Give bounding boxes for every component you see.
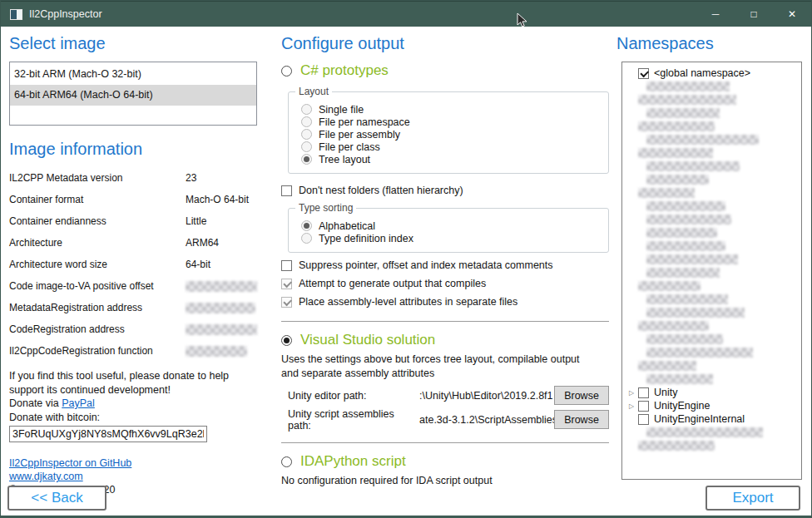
redacted-namespace <box>646 215 731 224</box>
type-sorting-option[interactable]: Type definition index <box>301 232 608 244</box>
namespace-item[interactable]: ▷ <box>622 106 801 120</box>
namespace-label: UnityEngineInternal <box>654 413 745 425</box>
namespace-item[interactable]: ▷ <box>622 346 801 359</box>
close-button[interactable]: ✕ <box>773 2 811 27</box>
layout-option-label: File per class <box>319 141 380 153</box>
minimize-button[interactable]: ─ <box>696 2 735 27</box>
donate-block: If you find this tool useful, please don… <box>9 369 260 442</box>
type-sorting-option[interactable]: Alphabetical <box>301 220 608 232</box>
back-button[interactable]: << Back <box>7 486 106 511</box>
namespace-item[interactable]: ▷ Unity <box>622 386 801 399</box>
namespace-checkbox[interactable] <box>638 68 649 79</box>
image-list-item[interactable]: 32-bit ARM (Mach-O 32-bit) <box>10 64 256 85</box>
path-field-value[interactable]: :\Unity\Hub\Editor\2019.2.8f1 <box>419 390 554 402</box>
info-label: Container endianness <box>9 215 186 227</box>
namespace-item[interactable]: ▷ <box>622 133 801 146</box>
idapython-radio[interactable] <box>281 456 292 467</box>
image-listbox[interactable]: 32-bit ARM (Mach-O 32-bit) 64-bit ARM64 … <box>9 62 257 126</box>
namespace-label: Unity <box>654 387 677 398</box>
visual-studio-radio[interactable] <box>281 335 292 346</box>
namespace-checkbox[interactable] <box>638 414 649 425</box>
namespace-item[interactable]: ▷ <box>622 226 801 239</box>
namespace-item[interactable]: ▷ <box>622 160 801 173</box>
redacted-namespace <box>646 268 720 278</box>
idapython-label: IDAPython script <box>300 452 406 471</box>
csharp-prototypes-label: C# prototypes <box>300 62 389 80</box>
redacted-value <box>186 324 257 335</box>
visual-studio-option[interactable]: Visual Studio solution <box>281 331 609 349</box>
namespace-item[interactable]: ▷ <box>622 253 801 266</box>
output-option-checkbox-row[interactable]: Suppress pointer, offset and index metad… <box>281 259 609 271</box>
info-value: Little <box>186 215 206 227</box>
namespace-item[interactable]: ▷ <box>622 213 801 226</box>
namespace-checkbox[interactable] <box>638 387 649 398</box>
namespace-item[interactable]: ▷ <box>622 173 801 186</box>
path-field-value[interactable]: ate.3d-3.1.2\ScriptAssemblies <box>419 414 554 426</box>
titlebar[interactable]: Il2CppInspector ─ □ ✕ <box>1 1 811 27</box>
redacted-namespace <box>646 201 725 211</box>
csharp-prototypes-radio[interactable] <box>281 66 292 76</box>
idapython-option[interactable]: IDAPython script <box>281 452 609 471</box>
info-value: 23 <box>186 172 196 184</box>
website-link[interactable]: www.djkaty.com <box>9 471 83 482</box>
namespace-item[interactable]: ▷ <box>622 319 801 333</box>
redacted-namespace <box>646 308 745 318</box>
namespace-item[interactable]: ▷ <box>622 146 801 160</box>
bitcoin-address-input[interactable] <box>9 426 207 442</box>
namespace-item[interactable]: ▷ <box>622 439 801 452</box>
namespace-item[interactable]: ▷ <box>622 333 801 346</box>
namespace-item[interactable]: ▷ <box>622 200 801 213</box>
expander-icon[interactable]: ▷ <box>629 389 638 397</box>
redacted-namespace <box>646 108 720 118</box>
namespace-item[interactable]: ▷ <box>622 279 801 293</box>
namespace-item[interactable]: ▷ <box>622 293 801 306</box>
namespace-item[interactable]: ▷ <box>622 80 801 93</box>
namespace-item[interactable]: ▷ <global namespace> <box>622 67 801 80</box>
namespace-checkbox[interactable] <box>638 401 649 412</box>
namespace-item[interactable]: ▷ <box>622 359 801 372</box>
redacted-namespace <box>638 95 736 105</box>
redacted-namespace <box>646 241 725 251</box>
output-option-checkbox-row[interactable]: Place assembly-level attributes in separ… <box>281 296 609 308</box>
redacted-namespace <box>646 348 753 358</box>
info-label: Architecture <box>9 237 186 249</box>
namespace-item[interactable]: ▷ <box>622 93 801 106</box>
left-panel: Select image 32-bit ARM (Mach-O 32-bit) … <box>9 32 257 496</box>
github-link[interactable]: Il2CppInspector on GitHub <box>9 457 131 469</box>
flatten-hierarchy-checkbox-row[interactable]: Don't nest folders (flatten hierarchy) <box>281 185 609 196</box>
expander-icon[interactable]: ▷ <box>629 402 638 410</box>
path-field-row: Unity editor path: :\Unity\Hub\Editor\20… <box>281 386 609 405</box>
layout-option[interactable]: File per class <box>301 141 608 153</box>
layout-option-label: Tree layout <box>319 154 370 165</box>
radio-icon <box>301 104 312 115</box>
namespace-item[interactable]: ▷ UnityEngine <box>622 399 801 412</box>
donate-paypal-line: Donate via PayPal <box>9 397 260 411</box>
namespace-item[interactable]: ▷ <box>622 186 801 200</box>
namespace-item[interactable]: ▷ <box>622 120 801 133</box>
paypal-link[interactable]: PayPal <box>62 397 95 409</box>
app-window: Il2CppInspector ─ □ ✕ Select image 32-bi… <box>0 0 812 518</box>
info-row: MetadataRegistration address <box>9 297 257 318</box>
csharp-prototypes-option[interactable]: C# prototypes <box>281 62 609 80</box>
layout-option[interactable]: Tree layout <box>301 153 608 165</box>
layout-option[interactable]: File per assembly <box>301 128 608 141</box>
browse-button[interactable]: Browse <box>554 410 609 429</box>
export-button[interactable]: Export <box>706 486 800 511</box>
namespace-item[interactable]: ▷ <box>622 426 801 439</box>
output-option-checkbox-row[interactable]: Attempt to generate output that compiles <box>281 278 609 289</box>
browse-button[interactable]: Browse <box>554 386 609 405</box>
namespaces-list[interactable]: ▷ <global namespace> ▷ ▷ ▷ <box>621 62 802 480</box>
namespace-item[interactable]: ▷ <box>622 266 801 279</box>
namespace-item[interactable]: ▷ <box>622 239 801 253</box>
image-list-item[interactable]: 64-bit ARM64 (Mach-O 64-bit) <box>10 85 256 106</box>
namespace-item[interactable]: ▷ UnityEngineInternal <box>622 412 801 426</box>
output-option-label: Suppress pointer, offset and index metad… <box>299 259 553 271</box>
info-row: Il2CppCodeRegistration function <box>9 340 257 362</box>
namespace-item[interactable]: ▷ <box>622 306 801 319</box>
info-label: MetadataRegistration address <box>9 302 186 313</box>
layout-option[interactable]: File per namespace <box>301 116 608 128</box>
namespace-item[interactable]: ▷ <box>622 372 801 386</box>
layout-option[interactable]: Single file <box>301 103 608 116</box>
type-sorting-group: Type sorting Alphabetical Type definitio… <box>288 208 609 253</box>
maximize-button[interactable]: □ <box>735 2 773 27</box>
